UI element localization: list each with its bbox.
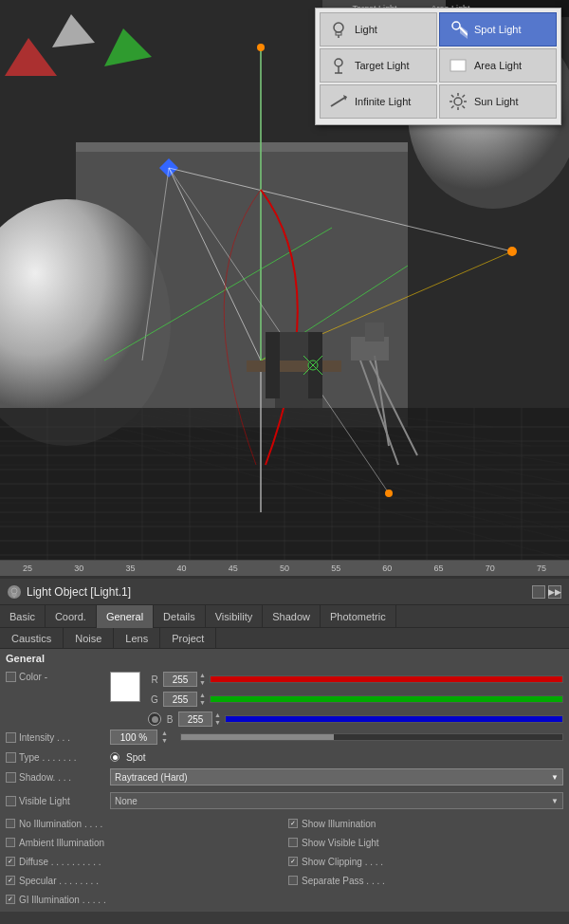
svg-marker-81: [460, 26, 468, 39]
channel-r-up[interactable]: ▲: [199, 672, 206, 679]
channel-b-input[interactable]: [178, 711, 212, 727]
color-checkbox[interactable]: [6, 672, 16, 682]
tab-basic[interactable]: Basic: [0, 605, 46, 628]
svg-line-94: [463, 106, 466, 109]
intensity-input[interactable]: [110, 730, 157, 745]
check-show-illumination: ✓ Show Illumination: [288, 815, 563, 832]
3d-viewport[interactable]: 思路网 www.missyuan.com Target Light Area L…: [0, 0, 569, 560]
diffuse-checkbox[interactable]: ✓: [6, 857, 15, 866]
channel-r-input[interactable]: [163, 672, 197, 687]
light-type-popup: Light Spot Light: [315, 8, 561, 125]
light-option-target-label: Target Light: [355, 60, 409, 71]
sub-tab-project[interactable]: Project: [160, 628, 216, 649]
shadow-dropdown[interactable]: Raytraced (Hard) ▼: [110, 768, 563, 785]
color-controls: R ▲ ▼ G: [110, 670, 563, 730]
shadow-row: Shadow. . . . Raytraced (Hard) ▼: [6, 767, 563, 786]
channel-r-down[interactable]: ▼: [199, 679, 206, 687]
shadow-label: Shadow. . . .: [6, 772, 110, 783]
channel-b-arrows[interactable]: ▲ ▼: [214, 711, 221, 727]
infinite-light-icon: [328, 91, 349, 112]
specular-label: Specular . . . . . . . .: [19, 876, 99, 886]
channel-b-up[interactable]: ▲: [214, 711, 221, 719]
visible-light-checkbox[interactable]: [6, 796, 16, 806]
color-swatch[interactable]: [110, 672, 140, 702]
ambient-illumination-label: Ambient Illumination: [19, 838, 104, 848]
light-option-spot[interactable]: Spot Light: [439, 12, 557, 46]
intensity-arrows[interactable]: ▲ ▼: [161, 730, 176, 745]
sub-tab-noise[interactable]: Noise: [64, 628, 114, 649]
visible-light-dropdown[interactable]: None ▼: [110, 792, 563, 809]
channel-b-toggle[interactable]: [148, 712, 161, 726]
ambient-illumination-checkbox[interactable]: [6, 838, 15, 847]
checkboxes-grid: No Illumination . . . . ✓ Show Illuminat…: [0, 811, 569, 912]
no-illumination-checkbox[interactable]: [6, 819, 15, 828]
light-option-area[interactable]: Area Light: [439, 48, 557, 83]
show-clipping-checkbox[interactable]: ✓: [288, 857, 298, 866]
type-control: Spot: [110, 752, 563, 763]
spot-light-icon: [448, 19, 468, 40]
light-option-light-label: Light: [355, 24, 377, 35]
svg-point-70: [385, 490, 393, 497]
svg-line-95: [463, 95, 466, 98]
show-visible-light-checkbox[interactable]: [288, 838, 298, 847]
light-option-sun[interactable]: Sun Light: [439, 84, 557, 119]
specular-checkbox[interactable]: ✓: [6, 876, 15, 885]
tab-general[interactable]: General: [97, 605, 154, 628]
prop-collapse-btn[interactable]: [532, 585, 545, 599]
sub-tab-lens[interactable]: Lens: [114, 628, 160, 649]
svg-point-69: [257, 44, 265, 51]
svg-point-76: [334, 23, 343, 32]
sub-tab-caustics[interactable]: Caustics: [0, 628, 64, 649]
channel-g-down[interactable]: ▼: [199, 699, 206, 707]
tab-coord[interactable]: Coord.: [46, 605, 97, 628]
svg-point-97: [11, 588, 17, 594]
channel-r-bar[interactable]: [210, 675, 563, 683]
intensity-up[interactable]: ▲: [161, 730, 176, 737]
svg-line-86: [331, 97, 346, 106]
light-option-sun-label: Sun Light: [474, 96, 518, 107]
channel-b-fill: [226, 716, 562, 722]
channel-b-bar[interactable]: [225, 715, 563, 723]
show-illumination-label: Show Illumination: [302, 819, 376, 829]
tab-visibility[interactable]: Visibility: [206, 605, 264, 628]
svg-rect-2: [76, 142, 408, 152]
separate-pass-checkbox[interactable]: [288, 876, 298, 885]
intensity-down[interactable]: ▼: [161, 737, 176, 745]
visible-light-arrow: ▼: [551, 797, 559, 805]
gi-illumination-checkbox[interactable]: ✓: [6, 895, 15, 904]
prop-nav-btn[interactable]: ▶▶: [548, 585, 561, 599]
show-illumination-checkbox[interactable]: ✓: [288, 819, 298, 828]
channel-g-arrows[interactable]: ▲ ▼: [199, 692, 206, 707]
light-option-light[interactable]: Light: [320, 12, 437, 46]
channel-b-radio[interactable]: [148, 712, 161, 726]
intensity-row: Intensity . . . ▲ ▼: [6, 728, 563, 747]
channel-b-down[interactable]: ▼: [214, 719, 221, 727]
channel-g-input[interactable]: [163, 692, 197, 707]
channel-g-up[interactable]: ▲: [199, 692, 206, 699]
tab-photometric[interactable]: Photometric: [321, 605, 396, 628]
check-specular: ✓ Specular . . . . . . . .: [6, 872, 281, 889]
svg-point-68: [507, 247, 517, 256]
type-spot-radio[interactable]: [110, 752, 119, 762]
intensity-fill: [181, 734, 334, 740]
channel-g-bar[interactable]: [210, 695, 563, 703]
check-empty: [288, 891, 563, 908]
intensity-checkbox[interactable]: [6, 732, 16, 743]
light-option-target[interactable]: Target Light: [320, 48, 437, 83]
type-checkbox[interactable]: [6, 752, 16, 763]
tab-details[interactable]: Details: [154, 605, 206, 628]
area-light-icon: [448, 55, 468, 76]
light-option-infinite[interactable]: Infinite Light: [320, 84, 437, 119]
visible-light-value: None: [115, 796, 138, 806]
intensity-bar[interactable]: [180, 733, 563, 741]
diffuse-label: Diffuse . . . . . . . . . .: [19, 857, 101, 867]
svg-rect-64: [365, 323, 384, 342]
shadow-value: Raytraced (Hard): [115, 772, 188, 783]
shadow-checkbox[interactable]: [6, 772, 16, 783]
channel-r-arrows[interactable]: ▲ ▼: [199, 672, 206, 687]
tab-shadow[interactable]: Shadow: [263, 605, 321, 628]
svg-rect-98: [12, 594, 16, 596]
svg-rect-59: [308, 332, 322, 398]
tab-bar: Basic Coord. General Details Visibility …: [0, 605, 569, 628]
channel-r-row: R ▲ ▼: [148, 670, 563, 689]
